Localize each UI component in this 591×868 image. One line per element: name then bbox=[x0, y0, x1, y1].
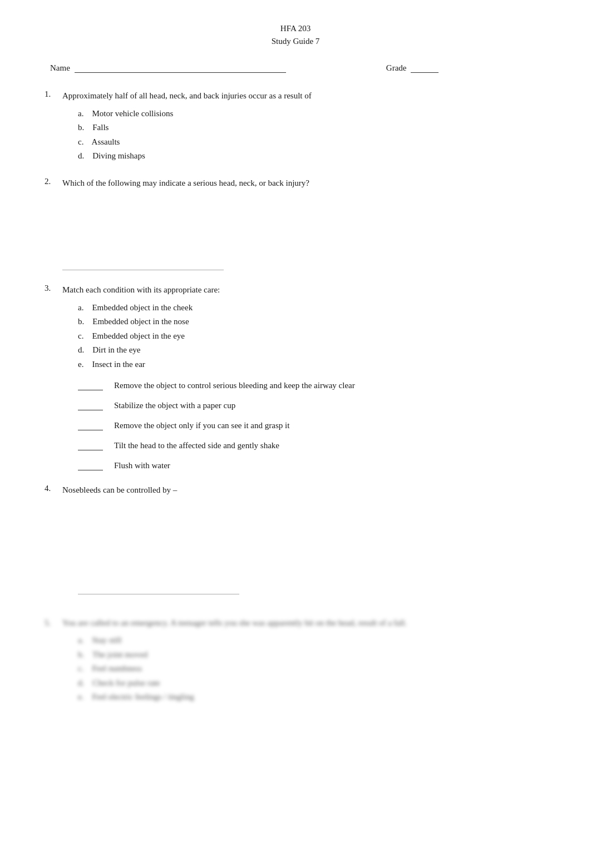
q5-option-d-text: Check for pulse rate bbox=[92, 678, 160, 687]
question-2-number: 2. bbox=[45, 177, 62, 190]
match-blank-4[interactable] bbox=[78, 440, 103, 450]
match-blank-2[interactable] bbox=[78, 400, 103, 410]
question-3-match-items: Remove the object to control serious ble… bbox=[78, 380, 546, 470]
question-3-text-row: 3. Match each condition with its appropr… bbox=[45, 284, 546, 296]
q1-option-a: a. Motor vehicle collisions bbox=[78, 107, 546, 121]
q1-option-b: b. Falls bbox=[78, 121, 546, 135]
header-line1: HFA 203 bbox=[45, 22, 546, 35]
q3-option-e-text: Insect in the ear bbox=[92, 360, 145, 369]
q5-option-a-letter: a. bbox=[78, 636, 83, 644]
question-5-options: a. Stay still b. The joint moved c. Feel… bbox=[78, 633, 546, 705]
q5-option-b-letter: b. bbox=[78, 650, 84, 659]
question-1-text-row: 1. Approximately half of all head, neck,… bbox=[45, 90, 546, 102]
grade-input-line[interactable] bbox=[411, 63, 439, 73]
q5-option-d-letter: d. bbox=[78, 678, 84, 687]
q1-option-d-letter: d. bbox=[78, 151, 84, 160]
q3-option-b-text: Embedded object in the nose bbox=[92, 317, 189, 326]
q1-option-c: c. Assaults bbox=[78, 135, 546, 150]
q1-option-b-letter: b. bbox=[78, 123, 84, 132]
grade-label: Grade bbox=[386, 63, 407, 73]
q5-option-e: e. Feel electric feelings / tingling bbox=[78, 690, 546, 705]
question-4-text-row: 4. Nosebleeds can be controlled by – bbox=[45, 484, 546, 497]
q1-option-c-letter: c. bbox=[78, 137, 83, 146]
match-item-2-text: Stabilize the object with a paper cup bbox=[114, 401, 235, 410]
questions-section: 1. Approximately half of all head, neck,… bbox=[45, 90, 546, 705]
match-blank-1[interactable] bbox=[78, 380, 103, 390]
q5-option-a-text: Stay still bbox=[92, 636, 121, 644]
question-5-text-row: 5. You are called to an emergency. A tee… bbox=[45, 617, 546, 629]
q3-option-e-letter: e. bbox=[78, 360, 83, 369]
match-item-3: Remove the object only if you can see it… bbox=[78, 420, 546, 430]
q5-option-b: b. The joint moved bbox=[78, 648, 546, 662]
q1-option-a-letter: a. bbox=[78, 109, 83, 118]
match-item-4: Tilt the head to the affected side and g… bbox=[78, 440, 546, 450]
question-4: 4. Nosebleeds can be controlled by – bbox=[45, 484, 546, 594]
question-3: 3. Match each condition with its appropr… bbox=[45, 284, 546, 470]
name-input-line[interactable] bbox=[75, 63, 286, 73]
match-blank-3[interactable] bbox=[78, 420, 103, 430]
q5-option-c-text: Feel numbness bbox=[92, 664, 142, 673]
q5-option-a: a. Stay still bbox=[78, 633, 546, 648]
q1-option-d-text: Diving mishaps bbox=[92, 151, 145, 160]
match-item-3-text: Remove the object only if you can see it… bbox=[114, 421, 289, 430]
question-5-blurred: 5. You are called to an emergency. A tee… bbox=[45, 617, 546, 705]
q3-option-c-text: Embedded object in the eye bbox=[92, 331, 185, 340]
name-label: Name bbox=[50, 63, 70, 73]
q5-option-e-letter: e. bbox=[78, 692, 83, 701]
q3-option-b-letter: b. bbox=[78, 317, 84, 326]
question-5-number: 5. bbox=[45, 617, 62, 629]
question-3-match-options: a. Embedded object in the cheek b. Embed… bbox=[78, 301, 546, 372]
match-item-4-text: Tilt the head to the affected side and g… bbox=[114, 441, 279, 450]
q1-option-d: d. Diving mishaps bbox=[78, 149, 546, 163]
question-2-content: Which of the following may indicate a se… bbox=[62, 177, 309, 190]
question-4-number: 4. bbox=[45, 484, 62, 497]
question-2-underline bbox=[62, 260, 224, 270]
q3-option-c: c. Embedded object in the eye bbox=[78, 329, 546, 344]
question-5-content: You are called to an emergency. A teenag… bbox=[62, 617, 407, 629]
question-1-number: 1. bbox=[45, 90, 62, 102]
q3-option-e: e. Insect in the ear bbox=[78, 358, 546, 372]
header-line2: Study Guide 7 bbox=[45, 35, 546, 48]
q5-option-b-text: The joint moved bbox=[92, 650, 147, 659]
q5-option-d: d. Check for pulse rate bbox=[78, 676, 546, 691]
match-item-1: Remove the object to control serious ble… bbox=[78, 380, 546, 390]
q5-option-c-letter: c. bbox=[78, 664, 83, 673]
q3-option-a-text: Embedded object in the cheek bbox=[92, 303, 193, 312]
question-4-answer-area bbox=[45, 501, 546, 579]
q3-option-d: d. Dirt in the eye bbox=[78, 343, 546, 358]
match-blank-5[interactable] bbox=[78, 460, 103, 470]
q3-option-b: b. Embedded object in the nose bbox=[78, 315, 546, 329]
q3-option-a: a. Embedded object in the cheek bbox=[78, 301, 546, 315]
question-2-text-row: 2. Which of the following may indicate a… bbox=[45, 177, 546, 190]
question-1: 1. Approximately half of all head, neck,… bbox=[45, 90, 546, 163]
question-4-underline bbox=[78, 584, 239, 594]
question-1-options: a. Motor vehicle collisions b. Falls c. … bbox=[78, 107, 546, 163]
question-3-content: Match each condition with its appropriat… bbox=[62, 284, 220, 296]
match-item-2: Stabilize the object with a paper cup bbox=[78, 400, 546, 410]
q1-option-b-text: Falls bbox=[92, 123, 109, 132]
q5-option-e-text: Feel electric feelings / tingling bbox=[92, 692, 194, 701]
q5-option-c: c. Feel numbness bbox=[78, 662, 546, 676]
question-1-content: Approximately half of all head, neck, an… bbox=[62, 90, 312, 102]
match-item-5: Flush with water bbox=[78, 460, 546, 470]
q3-option-d-letter: d. bbox=[78, 345, 84, 354]
page-header: HFA 203 Study Guide 7 bbox=[45, 22, 546, 47]
q3-option-c-letter: c. bbox=[78, 331, 83, 340]
question-2-answer-area bbox=[45, 194, 546, 255]
question-2: 2. Which of the following may indicate a… bbox=[45, 177, 546, 271]
q1-option-a-text: Motor vehicle collisions bbox=[92, 109, 173, 118]
q3-option-d-text: Dirt in the eye bbox=[92, 345, 140, 354]
match-item-5-text: Flush with water bbox=[114, 461, 170, 470]
q1-option-c-text: Assaults bbox=[92, 137, 120, 146]
question-3-number: 3. bbox=[45, 284, 62, 296]
q3-option-a-letter: a. bbox=[78, 303, 83, 312]
question-4-content: Nosebleeds can be controlled by – bbox=[62, 484, 177, 497]
match-item-1-text: Remove the object to control serious ble… bbox=[114, 381, 355, 390]
name-grade-row: Name Grade bbox=[45, 63, 546, 73]
